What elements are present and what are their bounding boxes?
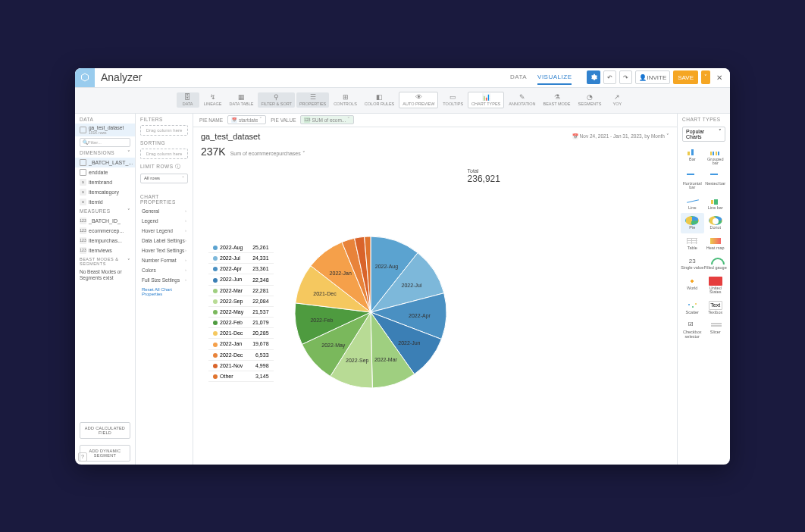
chart-type-single-value[interactable]: 23Single value [681,253,704,274]
legend-row[interactable]: 2021-Dec20,285 [208,328,274,339]
popular-charts-select[interactable]: Popular Charts˅ [682,127,725,142]
chart-type-bar[interactable]: Bar [681,145,704,169]
tool-segments[interactable]: ◔SEGMENTS [575,92,605,108]
dimension-1[interactable]: enddate [75,167,135,177]
legend-row[interactable]: 2022-Mar22,281 [208,285,274,296]
chart-type-pie[interactable]: Pie [681,213,704,233]
property-1[interactable]: Legend› [136,216,193,226]
tool-beast-mode[interactable]: ⚗BEAST MODE [540,92,574,108]
tool-tooltips[interactable]: ▭TOOLTIPS [440,92,466,108]
mode-tabs: DATA VISUALIZE [510,70,572,85]
chart-type-textbox[interactable]: TextTextbox [704,298,728,318]
chart-type-line-bar[interactable]: Line bar [704,193,728,214]
chart-type-united-states[interactable]: United States [704,274,728,298]
measure-3[interactable]: 123itemviews [75,246,135,255]
pie-value-select[interactable]: 123SUM of ecom... ˅ [300,115,354,124]
property-0[interactable]: General› [136,206,193,216]
tool-data[interactable]: 🗄DATA [177,92,199,108]
legend-row[interactable]: 2022-Feb21,079 [208,318,274,328]
close-button[interactable]: ✕ [713,74,725,82]
chart-type-nested-bar[interactable]: Nested bar [704,169,728,193]
tool-controls[interactable]: ⊞CONTROLS [330,92,360,108]
chart-type-filled-gauge[interactable]: Filled gauge [704,253,728,274]
beast-mode-icon: ⚗ [554,94,560,101]
dimension-0[interactable]: _BATCH_LAST_... [75,158,135,167]
filter-input[interactable]: 🔍 Filter... [80,138,130,147]
dimension-2[interactable]: aitembrand [75,177,135,187]
redo-button[interactable]: ↷ [619,70,632,84]
chart-type-heat-map[interactable]: Heat map [704,233,728,254]
legend-row[interactable]: 2022-Jun22,348 [208,274,274,285]
chart-type-world[interactable]: World [681,274,704,298]
property-5[interactable]: Number Format› [136,255,193,265]
legend-row[interactable]: 2021-Nov4,998 [208,360,274,371]
pie-value-label: PIE VALUE [271,117,296,123]
help-button[interactable]: ? [78,452,87,462]
auto-preview-icon: 👁 [415,94,422,101]
limit-select[interactable]: All rows˅ [140,174,188,183]
donut-icon [709,216,722,225]
segments-icon: ◔ [587,94,593,101]
legend-row[interactable]: 2022-Apr23,361 [208,264,274,274]
reset-properties-link[interactable]: Reset All Chart Properties [136,285,193,299]
filters-panel: FILTERS Drag column here SORTING Drag co… [136,114,193,465]
property-3[interactable]: Data Label Settings› [136,236,193,246]
legend-row[interactable]: 2022-Sep22,084 [208,296,274,306]
topbar: Analyzer DATA VISUALIZE ↶ ↷ 👤 INVITE SAV… [75,68,730,88]
save-button[interactable]: SAVE [673,70,698,84]
undo-button[interactable]: ↶ [603,70,616,84]
measures-header[interactable]: MEASURES˅ [75,207,135,216]
measure-2[interactable]: 123itempurchas... [75,236,135,246]
chart-type-line[interactable]: Line [681,193,704,214]
dimension-4[interactable]: aitemid [75,197,135,207]
settings-wrench-button[interactable] [587,70,600,84]
beast-header[interactable]: BEAST MODES & SEGMENTS˅ [75,255,135,268]
chevron-right-icon: › [185,218,186,223]
tool-annotation[interactable]: ✎ANNOTATION [506,92,538,108]
legend-row[interactable]: 2022-May21,537 [208,306,274,317]
tool-auto-preview[interactable]: 👁AUTO PREVIEW [399,92,438,108]
chevron-right-icon: › [185,268,186,272]
tab-visualize[interactable]: VISUALIZE [537,70,572,85]
dimensions-header[interactable]: DIMENSIONS˅ [75,149,135,158]
tool-chart-types[interactable]: 📊CHART TYPES [468,92,504,108]
sorting-drop-zone[interactable]: Drag column here [140,149,188,159]
dataset-item[interactable]: ga_test_dataset 101K rows [75,124,135,136]
app-window: Analyzer DATA VISUALIZE ↶ ↷ 👤 INVITE SAV… [75,68,730,465]
property-2[interactable]: Hover Legend› [136,226,193,236]
legend-row[interactable]: 2022-Aug25,261 [208,243,274,253]
chart-type-grouped-bar[interactable]: Grouped bar [704,145,728,169]
chart-type-slicer[interactable]: Slicer [704,318,728,342]
chart-type-scatter[interactable]: Scatter [681,298,704,318]
pie-name-select[interactable]: 📅startdate ˅ [227,115,266,124]
dimension-3[interactable]: aitemcategory [75,187,135,197]
legend-row[interactable]: 2022-Dec6,533 [208,349,274,360]
tool-filter-sort[interactable]: ⚲FILTER & SORT [258,92,294,108]
tool-color-rules[interactable]: ◧COLOR RULES [362,92,397,108]
tab-data[interactable]: DATA [510,70,527,85]
date-range-selector[interactable]: 📅 Nov 24, 2021 - Jan 31, 2023, by Month … [572,133,669,139]
filter-drop-zone[interactable]: Drag column here [140,125,188,136]
save-dropdown-button[interactable]: ˅ [701,70,710,84]
chart-type-donut[interactable]: Donut [704,213,728,233]
invite-button[interactable]: 👤 INVITE [635,70,670,84]
measure-0[interactable]: 123_BATCH_ID_ [75,216,135,226]
tool-data-table[interactable]: ▦DATA TABLE [226,92,256,108]
chart-type-table[interactable]: Table [681,233,704,254]
tool-properties[interactable]: ☰PROPERTIES [296,92,329,108]
property-6[interactable]: Colors› [136,265,193,275]
add-calculated-button[interactable]: ADD CALCULATED FIELD [80,422,130,439]
tool-yoy[interactable]: ↗YOY [606,92,628,108]
property-7[interactable]: Full Size Settings› [136,275,193,285]
legend-row[interactable]: Other3,145 [208,371,274,381]
tool-lineage[interactable]: ↯LINEAGE [201,92,225,108]
single-value-icon: 23 [685,256,699,265]
calendar-icon [80,169,86,176]
chart-type-checkbox-selector[interactable]: Checkbox selector [681,318,704,342]
property-4[interactable]: Hover Text Settings› [136,246,193,255]
chart-type-horizontal-bar[interactable]: Horizontal bar [681,169,704,193]
legend-row[interactable]: 2022-Jul24,331 [208,253,274,264]
measure-1[interactable]: 123ecommercep... [75,226,135,236]
add-segment-button[interactable]: ADD DYNAMIC SEGMENT [80,445,130,462]
legend-row[interactable]: 2022-Jan19,678 [208,339,274,349]
